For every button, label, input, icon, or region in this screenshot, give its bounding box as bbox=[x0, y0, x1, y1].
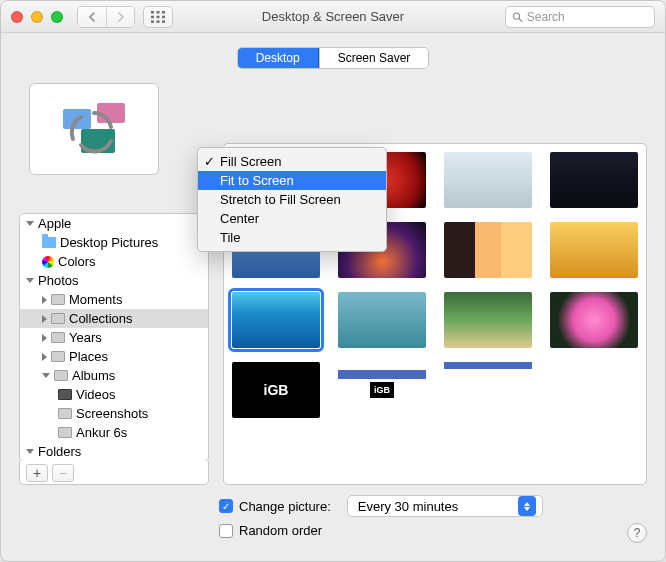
svg-rect-1 bbox=[157, 11, 160, 14]
minimize-window-button[interactable] bbox=[31, 11, 43, 23]
folder-icon bbox=[42, 237, 56, 248]
sidebar-group-apple[interactable]: Apple bbox=[20, 214, 208, 233]
thumbnail-selected[interactable] bbox=[232, 292, 320, 348]
preferences-window: Desktop & Screen Saver Desktop Screen Sa… bbox=[0, 0, 666, 562]
sidebar-item-places[interactable]: Places bbox=[20, 347, 208, 366]
album-icon bbox=[51, 332, 65, 343]
sidebar-item-label: Screenshots bbox=[76, 406, 148, 421]
change-picture-row: ✓ Change picture: Every 30 minutes bbox=[219, 495, 617, 517]
search-icon bbox=[512, 11, 523, 23]
search-input[interactable] bbox=[527, 10, 648, 24]
thumbnail[interactable] bbox=[444, 292, 532, 348]
album-icon bbox=[58, 408, 72, 419]
tab-screen-saver[interactable]: Screen Saver bbox=[319, 48, 429, 68]
sidebar-group-photos[interactable]: Photos bbox=[20, 271, 208, 290]
album-icon bbox=[54, 370, 68, 381]
sidebar-item-ankur-6s[interactable]: Ankur 6s bbox=[20, 423, 208, 442]
sidebar-group-label: Photos bbox=[38, 273, 78, 288]
sidebar-item-albums[interactable]: Albums bbox=[20, 366, 208, 385]
svg-rect-7 bbox=[157, 20, 160, 23]
stepper-icon bbox=[518, 496, 536, 516]
sidebar-item-desktop-pictures[interactable]: Desktop Pictures bbox=[20, 233, 208, 252]
svg-rect-4 bbox=[157, 15, 160, 18]
svg-rect-0 bbox=[151, 11, 154, 14]
sidebar-item-videos[interactable]: Videos bbox=[20, 385, 208, 404]
menu-item-label: Stretch to Fill Screen bbox=[220, 192, 341, 207]
menu-item-tile[interactable]: Tile bbox=[198, 228, 386, 247]
disclosure-triangle-icon bbox=[42, 315, 47, 323]
disclosure-triangle-icon bbox=[26, 221, 34, 226]
menu-item-label: Center bbox=[220, 211, 259, 226]
thumbnail[interactable] bbox=[338, 292, 426, 348]
sidebar-item-screenshots[interactable]: Screenshots bbox=[20, 404, 208, 423]
svg-rect-2 bbox=[162, 11, 165, 14]
back-button[interactable] bbox=[78, 7, 106, 27]
desktop-preview bbox=[29, 83, 159, 175]
close-window-button[interactable] bbox=[11, 11, 23, 23]
sidebar-footer: + − bbox=[19, 461, 209, 485]
random-order-checkbox[interactable] bbox=[219, 524, 233, 538]
color-wheel-icon bbox=[42, 256, 54, 268]
sidebar-item-collections[interactable]: Collections bbox=[20, 309, 208, 328]
menu-item-fill-screen[interactable]: ✓ Fill Screen bbox=[198, 152, 386, 171]
menu-item-center[interactable]: Center bbox=[198, 209, 386, 228]
menu-item-label: Fit to Screen bbox=[220, 173, 294, 188]
search-field[interactable] bbox=[505, 6, 655, 28]
disclosure-triangle-icon bbox=[26, 449, 34, 454]
show-all-button[interactable] bbox=[143, 6, 173, 28]
svg-point-9 bbox=[513, 12, 519, 18]
interval-value: Every 30 minutes bbox=[358, 499, 458, 514]
thumbnail[interactable] bbox=[444, 222, 532, 278]
menu-item-fit-to-screen[interactable]: Fit to Screen bbox=[198, 171, 386, 190]
zoom-window-button[interactable] bbox=[51, 11, 63, 23]
forward-button[interactable] bbox=[106, 7, 134, 27]
sidebar-group-folders[interactable]: Folders bbox=[20, 442, 208, 461]
videos-icon bbox=[58, 389, 72, 400]
sidebar-item-label: Places bbox=[69, 349, 108, 364]
sidebar-item-label: Colors bbox=[58, 254, 96, 269]
tab-bar: Desktop Screen Saver bbox=[237, 47, 430, 69]
sidebar-item-label: Desktop Pictures bbox=[60, 235, 158, 250]
thumbnail[interactable] bbox=[444, 362, 532, 418]
menu-item-label: Tile bbox=[220, 230, 240, 245]
disclosure-triangle-icon bbox=[26, 278, 34, 283]
thumbnail[interactable] bbox=[338, 362, 426, 418]
svg-rect-5 bbox=[162, 15, 165, 18]
window-controls bbox=[11, 11, 63, 23]
add-folder-button[interactable]: + bbox=[26, 464, 48, 482]
checkmark-icon: ✓ bbox=[204, 154, 215, 169]
sidebar-item-label: Moments bbox=[69, 292, 122, 307]
nav-back-forward bbox=[77, 6, 135, 28]
help-button[interactable]: ? bbox=[627, 523, 647, 543]
rotation-preview-icon bbox=[59, 99, 129, 159]
sidebar-item-colors[interactable]: Colors bbox=[20, 252, 208, 271]
disclosure-triangle-icon bbox=[42, 373, 50, 378]
thumbnail[interactable] bbox=[550, 152, 638, 208]
thumbnail[interactable] bbox=[550, 292, 638, 348]
sidebar-group-label: Apple bbox=[38, 216, 71, 231]
chevron-right-icon bbox=[117, 12, 125, 22]
svg-line-10 bbox=[519, 18, 522, 21]
thumbnail[interactable] bbox=[444, 152, 532, 208]
album-icon bbox=[51, 351, 65, 362]
fit-mode-menu: ✓ Fill Screen Fit to Screen Stretch to F… bbox=[197, 147, 387, 252]
change-picture-label: Change picture: bbox=[239, 499, 331, 514]
menu-item-label: Fill Screen bbox=[220, 154, 281, 169]
grid-icon bbox=[151, 11, 165, 23]
sidebar-item-years[interactable]: Years bbox=[20, 328, 208, 347]
thumbnail[interactable] bbox=[550, 222, 638, 278]
remove-folder-button[interactable]: − bbox=[52, 464, 74, 482]
sidebar-item-label: Years bbox=[69, 330, 102, 345]
menu-item-stretch[interactable]: Stretch to Fill Screen bbox=[198, 190, 386, 209]
disclosure-triangle-icon bbox=[42, 334, 47, 342]
change-picture-checkbox[interactable]: ✓ bbox=[219, 499, 233, 513]
svg-rect-3 bbox=[151, 15, 154, 18]
tab-desktop[interactable]: Desktop bbox=[238, 48, 319, 68]
thumbnail[interactable] bbox=[550, 362, 638, 418]
sidebar-item-moments[interactable]: Moments bbox=[20, 290, 208, 309]
chevron-left-icon bbox=[88, 12, 96, 22]
disclosure-triangle-icon bbox=[42, 296, 47, 304]
sidebar-item-label: Collections bbox=[69, 311, 133, 326]
interval-select[interactable]: Every 30 minutes bbox=[347, 495, 543, 517]
thumbnail[interactable]: iGB bbox=[232, 362, 320, 418]
